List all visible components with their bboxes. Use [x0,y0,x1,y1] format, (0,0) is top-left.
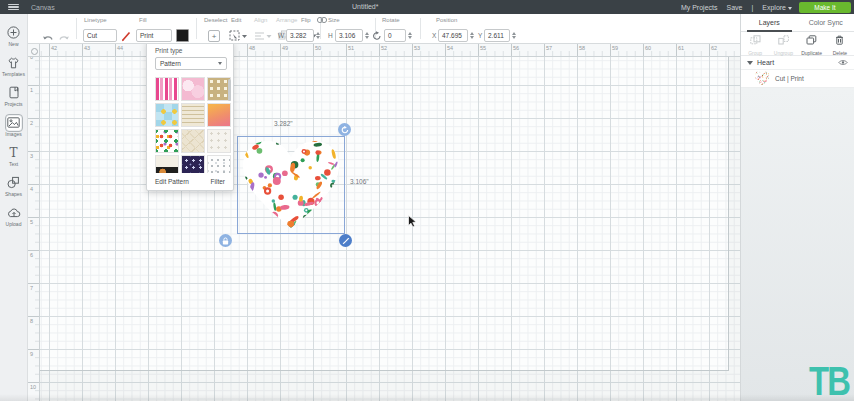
ruler-number: 53 [414,45,420,51]
sidebar-item-new[interactable]: New [0,21,28,51]
layer-thumbnail [754,71,770,86]
pattern-swatch-star-checker[interactable] [155,103,179,127]
pattern-swatch-navy-ditsy-dots[interactable] [181,155,205,173]
layer-group-name: Heart [757,59,774,66]
position-x-input[interactable]: 47.695 [438,29,468,42]
pattern-swatch-vintage-script[interactable] [181,103,205,127]
edit-pattern-link[interactable]: Edit Pattern [155,178,189,185]
pattern-scrollbar[interactable] [228,79,231,101]
selection-bounding-box[interactable] [237,136,345,234]
linetype-label: Linetype [84,17,107,23]
position-x-stepper[interactable] [469,30,475,41]
shirt-icon [7,56,21,70]
layer-group-header[interactable]: Heart [741,56,854,70]
x-axis-label: X [432,32,436,39]
ruler-number: 59 [612,45,618,51]
ruler-number: 52 [381,45,387,51]
sidebar-item-label: New [8,41,18,47]
sidebar-item-label: Images [5,131,21,137]
tab-layers[interactable]: Layers [741,14,798,31]
linetype-select[interactable]: Cut [83,29,117,42]
fill-color-swatch[interactable] [176,29,189,42]
sidebar-item-label: Upload [6,221,22,227]
topbar-divider: | [751,4,753,11]
ruler-number: 4 [30,186,33,192]
lock-handle-icon[interactable] [219,234,232,247]
width-input[interactable]: 3.282 [286,29,314,42]
save-link[interactable]: Save [726,4,742,11]
sidebar-item-label: Text [9,161,18,167]
print-type-title: Print type [155,47,182,54]
ruler-number: 8 [30,318,33,324]
position-y-input[interactable]: 2.611 [484,29,510,42]
sidebar-item-templates[interactable]: Templates [0,51,28,81]
rotate-input[interactable]: 0 [384,29,406,42]
canvas-grid[interactable] [40,57,740,401]
deselect-button[interactable]: + [208,30,220,42]
tab-color-sync[interactable]: Color Sync [798,14,854,31]
edit-label: Edit [231,17,241,23]
vertical-ruler: 012345678910 [28,57,40,401]
rotate-handle-icon[interactable] [338,123,351,136]
svg-text:T: T [9,146,17,159]
ruler-origin-icon [28,44,40,57]
sidebar-item-label: Templates [2,71,25,77]
fill-select[interactable]: Print [136,29,172,42]
my-projects-link[interactable]: My Projects [681,4,718,11]
visibility-eye-icon[interactable] [838,59,848,66]
pattern-swatch-pink-watercolor[interactable] [181,77,205,101]
width-stepper[interactable] [315,30,321,41]
ruler-number: 3 [30,153,33,159]
shapes-icon [7,176,21,190]
pattern-swatch-bright-floral[interactable] [155,129,179,153]
sidebar-item-upload[interactable]: Upload [0,201,28,231]
delete-icon [835,31,844,49]
toolbar-divider [76,18,77,39]
sidebar-item-projects[interactable]: Projects [0,81,28,111]
resize-handle-icon[interactable] [339,234,352,247]
sidebar-item-text[interactable]: TText [0,141,28,171]
pattern-swatch-confetti-speck[interactable] [207,155,231,173]
ruler-number: 0 [30,57,33,60]
ruler-number: 54 [447,45,453,51]
layer-row-heart[interactable]: Cut | Print [741,70,854,88]
make-it-button[interactable]: Make It [799,2,851,13]
canvas-area[interactable]: 4243444546474849505152535455565758596061… [28,44,740,401]
sidebar-item-images[interactable]: Images [0,111,28,141]
topbar-links: My Projects Save | Explore [681,0,792,14]
ruler-number: 44 [117,45,123,51]
redo-icon[interactable] [58,33,70,45]
canvas-label: Canvas [31,4,55,11]
pattern-swatch-pink-stripes[interactable] [155,77,179,101]
ruler-number: 57 [546,45,552,51]
height-stepper[interactable] [364,30,370,41]
explore-menu[interactable]: Explore [762,4,792,11]
duplicate-button[interactable]: Duplicate [798,31,826,56]
pattern-swatch-antique-map[interactable] [181,129,205,153]
chevron-down-icon [218,62,222,65]
width-axis-label: W [278,32,284,39]
hamburger-menu-icon[interactable] [8,4,19,11]
chevron-down-icon[interactable] [747,61,753,65]
ruler-number: 58 [579,45,585,51]
sidebar-item-shapes[interactable]: Shapes [0,171,28,201]
undo-icon[interactable] [42,33,54,45]
edit-toolbar: Linetype Cut Fill Print Deselect + Edit … [28,14,740,44]
pattern-swatch-sunset-gradient[interactable] [207,103,231,127]
edit-menu-icon[interactable] [229,30,248,43]
rotate-stepper[interactable] [407,30,413,41]
pattern-dropdown[interactable]: Pattern [155,57,227,70]
toolbar-divider [420,18,421,39]
size-link-icon[interactable] [316,16,328,25]
delete-button[interactable]: Delete [826,31,854,56]
position-y-stepper[interactable] [511,30,517,41]
pattern-swatch-night-truck-scene[interactable] [155,155,179,173]
upload-cloud-icon [7,206,21,220]
document-title: Untitled* [352,3,378,10]
rotate-icon[interactable] [372,31,382,42]
height-input[interactable]: 3.106 [335,29,363,42]
text-icon: T [7,146,21,160]
pattern-swatch-linen-speck[interactable] [207,129,231,153]
position-label: Position [436,17,457,23]
filter-link[interactable]: Filter [211,178,225,185]
